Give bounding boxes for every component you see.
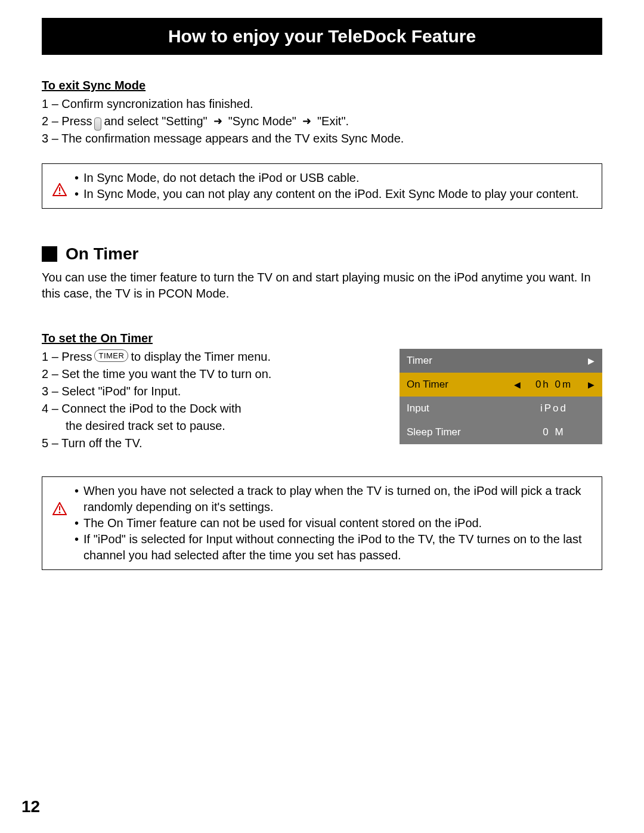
page-title-bar: How to enjoy your TeleDock Feature (42, 18, 602, 55)
square-bullet-icon (42, 246, 57, 262)
on-timer-warning-box: •When you have not selected a track to p… (42, 476, 602, 570)
chevron-right-icon: ▶ (587, 356, 595, 366)
sync-exit-step-1: 1 – Confirm syncronization has finished. (42, 96, 602, 112)
step2-mid: and select "Setting" (104, 113, 207, 129)
osd-on-timer-row: On Timer ◀ 0h 0m ▶ (400, 373, 602, 397)
osd-input-row: Input iPod (400, 397, 602, 420)
svg-point-1 (59, 193, 61, 194)
sync-exit-step-2: 2 – Press and select "Setting" ➜ "Sync M… (42, 113, 602, 129)
arrow-right-icon: ➜ (302, 114, 311, 128)
timer-osd-menu: Timer ▶ On Timer ◀ 0h 0m ▶ Input iPod Sl… (400, 349, 602, 444)
osd-sleep-value: 0 M (521, 426, 587, 438)
remote-button-icon (94, 117, 101, 131)
on-timer-step-5: 5 – Turn off the TV. (42, 435, 376, 451)
osd-sleep-row: Sleep Timer 0 M (400, 420, 602, 444)
page-number: 12 (21, 797, 40, 816)
osd-input-value: iPod (521, 402, 587, 414)
arrow-right-icon: ➜ (213, 114, 222, 128)
sync-warning-box: •In Sync Mode, do not detach the iPod or… (42, 163, 602, 209)
warning-bullet: •The On Timer feature can not be used fo… (75, 515, 593, 531)
warning-bullet: •In Sync Mode, you can not play any cont… (75, 186, 593, 202)
step2-exit: "Exit". (317, 113, 349, 129)
chevron-right-icon: ▶ (587, 380, 595, 389)
warning-bullet: •If "iPod" is selected for Input without… (75, 531, 593, 563)
on-timer-step-1: 1 – Press TIMER to display the Timer men… (42, 349, 376, 365)
on-timer-step-4b: the desired track set to pause. (42, 418, 376, 434)
sync-exit-step-3: 3 – The confirmation message appears and… (42, 131, 602, 147)
step2-sync: "Sync Mode" (228, 113, 296, 129)
sync-exit-heading: To exit Sync Mode (42, 79, 602, 92)
on-timer-step-2: 2 – Set the time you want the TV to turn… (42, 366, 376, 382)
step2-pre: 2 – Press (42, 113, 92, 129)
on-timer-step-3: 3 – Select "iPod" for Input. (42, 383, 376, 400)
svg-point-3 (59, 512, 61, 513)
osd-on-timer-label: On Timer (407, 379, 513, 391)
warning-bullet: •In Sync Mode, do not detach the iPod or… (75, 170, 593, 186)
on-timer-intro: You can use the timer feature to turn th… (42, 270, 602, 302)
timer-button-icon: TIMER (94, 349, 128, 362)
on-timer-heading: On Timer (42, 244, 602, 264)
warning-icon (52, 183, 67, 196)
osd-header-row: Timer ▶ (400, 349, 602, 373)
osd-on-timer-value: 0h 0m (521, 379, 587, 391)
chevron-left-icon: ◀ (513, 380, 521, 389)
osd-input-label: Input (407, 402, 513, 414)
osd-sleep-label: Sleep Timer (407, 426, 513, 438)
page-title: How to enjoy your TeleDock Feature (168, 26, 476, 46)
on-timer-step-4: 4 – Connect the iPod to the Dock with (42, 401, 376, 417)
osd-header-label: Timer (407, 355, 587, 367)
warning-icon (52, 502, 67, 515)
warning-bullet: •When you have not selected a track to p… (75, 483, 593, 515)
set-on-timer-heading: To set the On Timer (42, 332, 602, 345)
